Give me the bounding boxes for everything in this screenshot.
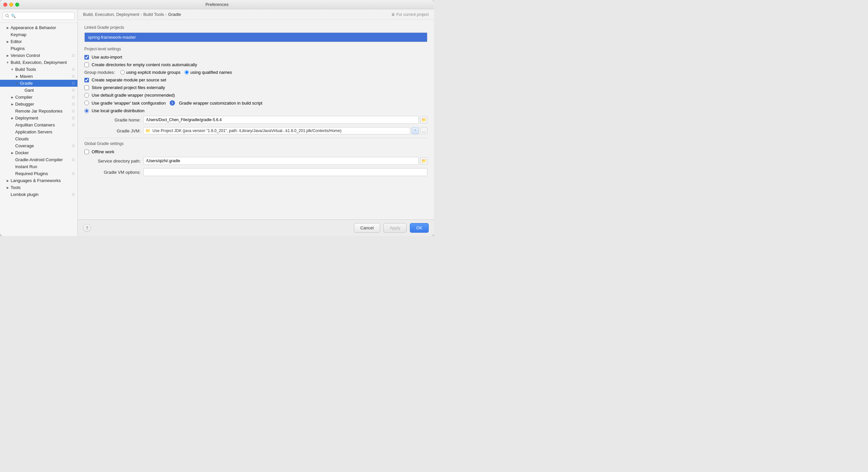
sidebar-item-remote-jar[interactable]: Remote Jar Repositories ⊡ <box>0 108 78 115</box>
sidebar-item-tools[interactable]: Tools <box>0 184 78 191</box>
use-default-wrapper-radio[interactable] <box>84 93 89 98</box>
gradle-jvm-dropdown-button[interactable]: ⌃ <box>411 127 419 135</box>
sidebar-item-instant-run[interactable]: Instant Run <box>0 163 78 170</box>
sidebar-item-arquillian[interactable]: Arquillian Containers ⊡ <box>0 121 78 128</box>
sidebar-item-lombok[interactable]: Lombok plugin ⊡ <box>0 191 78 198</box>
use-auto-import-checkbox[interactable] <box>84 55 89 60</box>
sidebar-item-maven[interactable]: Maven ⊡ <box>0 73 78 80</box>
sidebar-item-deployment[interactable]: Deployment ⊡ <box>0 115 78 121</box>
gradle-jvm-input-wrap: 📁 Use Project JDK (java version "1.8.0_2… <box>143 127 427 135</box>
sidebar-item-app-servers[interactable]: Application Servers <box>0 128 78 136</box>
breadcrumb-sep2: › <box>165 12 167 17</box>
window-title: Preferences <box>206 2 228 7</box>
arrow-icon <box>14 81 19 86</box>
global-settings-label: Global Gradle settings <box>84 141 427 146</box>
help-button[interactable]: ? <box>83 224 91 232</box>
gradle-jvm-value: Use Project JDK (java version "1.8.0_201… <box>153 128 408 133</box>
jvm-folder-icon: 📁 <box>146 128 151 133</box>
create-separate-checkbox[interactable] <box>84 78 89 82</box>
gradle-jvm-row: Gradle JVM: 📁 Use Project JDK (java vers… <box>84 127 427 135</box>
offline-work-checkbox[interactable] <box>84 150 89 154</box>
sidebar-item-docker[interactable]: Docker <box>0 149 78 156</box>
sidebar-item-editor[interactable]: Editor <box>0 38 78 45</box>
sidebar-item-label: Languages & Frameworks <box>10 178 61 183</box>
group-modules-option1: using explicit module groups <box>120 70 181 75</box>
gradle-vm-input[interactable] <box>143 168 427 176</box>
sidebar-item-label: Version Control <box>10 53 40 58</box>
sidebar-item-label: Maven <box>20 74 33 79</box>
apply-button[interactable]: Apply <box>383 223 407 233</box>
copy-icon: ⊡ <box>72 116 75 120</box>
copy-icon: ⊡ <box>72 157 75 162</box>
breadcrumb-hint: 🖥 For current project <box>391 12 429 17</box>
sidebar-item-clouds[interactable]: Clouds <box>0 136 78 142</box>
store-generated-checkbox[interactable] <box>84 85 89 90</box>
create-dirs-checkbox[interactable] <box>84 63 89 67</box>
monitor-icon: 🖥 <box>391 12 395 17</box>
search-input[interactable] <box>3 12 75 20</box>
store-generated-label: Store generated project files externally <box>92 85 165 90</box>
gradle-home-input[interactable] <box>143 116 419 124</box>
sidebar-item-label: Clouds <box>15 136 28 141</box>
sidebar-item-coverage[interactable]: Coverage ⊡ <box>0 142 78 149</box>
sidebar-item-compiler[interactable]: Compiler ⊡ <box>0 94 78 100</box>
group-modules-option2: using qualified names <box>185 70 232 75</box>
sidebar-item-gradle[interactable]: Gradle ⊡ <box>0 80 78 87</box>
linked-project-item[interactable]: spring-framework-master <box>85 33 427 42</box>
arrow-icon <box>14 74 19 79</box>
copy-icon: ⊡ <box>72 123 75 127</box>
search-box <box>0 9 78 23</box>
sidebar-item-debugger[interactable]: Debugger ⊡ <box>0 100 78 108</box>
use-local-radio[interactable] <box>84 109 89 113</box>
use-local-row: Use local gradle distribution <box>84 108 427 113</box>
gradle-jvm-field[interactable]: 📁 Use Project JDK (java version "1.8.0_2… <box>143 127 410 135</box>
arrow-icon <box>5 39 10 44</box>
gradle-home-folder-button[interactable]: 📁 <box>420 116 427 123</box>
group-modules-radio2[interactable] <box>185 70 189 75</box>
sidebar-item-keymap[interactable]: Keymap <box>0 31 78 38</box>
divider <box>84 138 427 138</box>
sidebar-item-plugins[interactable]: Plugins <box>0 45 78 52</box>
arrow-icon <box>5 53 10 58</box>
offline-work-label: Offline work <box>92 149 114 154</box>
service-dir-folder-button[interactable]: 📁 <box>420 157 427 165</box>
sidebar-item-build-exec[interactable]: Build, Execution, Deployment <box>0 59 78 66</box>
sidebar-item-label: Docker <box>15 150 29 155</box>
cancel-button[interactable]: Cancel <box>354 223 380 233</box>
sidebar-item-required-plugins[interactable]: Required Plugins ⊡ <box>0 170 78 177</box>
close-button[interactable] <box>3 3 7 7</box>
breadcrumb-part2: Build Tools <box>143 12 164 17</box>
store-generated-row: Store generated project files externally <box>84 85 427 90</box>
arrow-icon <box>5 60 10 65</box>
use-local-label: Use local gradle distribution <box>92 108 145 113</box>
sidebar-item-label: Application Servers <box>15 129 52 135</box>
maximize-button[interactable] <box>15 3 19 7</box>
sidebar-item-label: Appearance & Behavior <box>10 25 56 30</box>
service-dir-label: Service directory path: <box>84 158 141 164</box>
group-modules-radio1[interactable] <box>120 70 125 75</box>
service-dir-input[interactable] <box>143 157 419 165</box>
copy-icon: ⊡ <box>72 53 75 58</box>
sidebar-item-label: Build, Execution, Deployment <box>10 60 67 65</box>
sidebar-item-version-control[interactable]: Version Control ⊡ <box>0 52 78 59</box>
use-wrapper-task-radio[interactable] <box>84 100 89 105</box>
sidebar-item-label: Deployment <box>15 116 38 120</box>
gradle-home-row: Gradle home: 📁 <box>84 116 427 124</box>
sidebar-item-gradle-android[interactable]: Gradle-Android Compiler ⊡ <box>0 156 78 163</box>
titlebar: Preferences <box>0 0 434 9</box>
minimize-button[interactable] <box>9 3 13 7</box>
sidebar-item-appearance[interactable]: Appearance & Behavior <box>0 24 78 31</box>
gradle-jvm-more-button[interactable]: … <box>420 127 427 135</box>
sidebar-item-gant[interactable]: Gant ⊡ <box>0 87 78 94</box>
sidebar-item-label: Arquillian Containers <box>15 122 55 127</box>
sidebar-item-build-tools[interactable]: Build Tools ⊡ <box>0 66 78 73</box>
use-default-wrapper-row: Use default gradle wrapper (recommended) <box>84 93 427 98</box>
sidebar-item-languages[interactable]: Languages & Frameworks <box>0 177 78 184</box>
ok-button[interactable]: OK <box>410 223 429 233</box>
sidebar: Appearance & Behavior Keymap Editor Plug… <box>0 9 78 236</box>
folder-icon: 📁 <box>422 158 426 163</box>
breadcrumb: Build, Execution, Deployment › Build Too… <box>78 9 434 20</box>
copy-icon: ⊡ <box>72 74 75 79</box>
create-separate-row: Create separate module per source set <box>84 78 427 82</box>
breadcrumb-current: Gradle <box>168 12 181 17</box>
